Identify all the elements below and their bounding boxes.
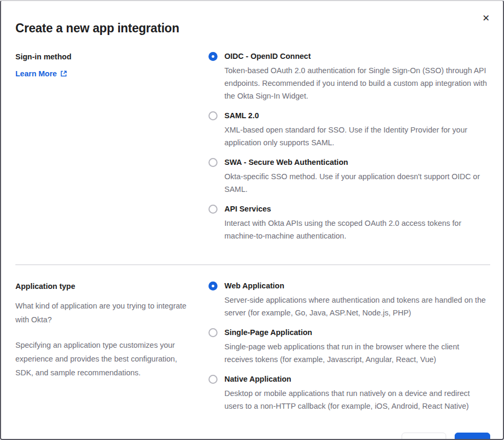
option-swa-label[interactable]: SWA - Secure Web Authentication (224, 157, 489, 168)
create-app-integration-dialog: ✕ Create a new app integration Sign-in m… (0, 0, 504, 440)
option-native-application[interactable]: Native Application Desktop or mobile app… (208, 374, 489, 412)
option-api-services-description: Interact with Okta APIs using the scoped… (224, 217, 489, 242)
radio-web-application[interactable] (208, 281, 218, 291)
option-native-application-text: Native Application Desktop or mobile app… (224, 374, 489, 412)
option-web-application-label[interactable]: Web Application (224, 281, 489, 291)
option-swa[interactable]: SWA - Secure Web Authentication Okta-spe… (208, 157, 489, 196)
option-saml-label[interactable]: SAML 2.0 (224, 111, 489, 121)
option-single-page-application[interactable]: Single-Page Application Single-page web … (208, 328, 489, 366)
external-link-icon (60, 70, 67, 77)
signin-method-section: Sign-in method Learn More OIDC - OpenID … (15, 51, 490, 242)
option-oidc-text: OIDC - OpenID Connect Token-based OAuth … (224, 51, 489, 102)
option-native-application-description: Desktop or mobile applications that run … (224, 387, 489, 412)
radio-oidc[interactable] (208, 52, 218, 61)
option-web-application-description: Server-side applications where authentic… (224, 294, 489, 319)
radio-single-page-application[interactable] (208, 328, 218, 337)
option-single-page-application-label[interactable]: Single-Page Application (224, 328, 489, 338)
learn-more-label: Learn More (15, 69, 57, 78)
radio-swa[interactable] (208, 158, 218, 167)
signin-method-options: OIDC - OpenID Connect Token-based OAuth … (208, 51, 490, 242)
next-button[interactable]: Next (455, 433, 490, 440)
application-type-description-2: Specifying an application type customize… (15, 338, 194, 380)
option-swa-text: SWA - Secure Web Authentication Okta-spe… (224, 157, 489, 196)
application-type-options: Web Application Server-side applications… (208, 281, 490, 412)
dialog-footer: Cancel Next (15, 433, 490, 440)
cancel-button[interactable]: Cancel (402, 433, 446, 440)
signin-method-left-col: Sign-in method Learn More (15, 51, 208, 78)
option-saml[interactable]: SAML 2.0 XML-based open standard for SSO… (208, 111, 489, 149)
application-type-description-1: What kind of application are you trying … (15, 299, 194, 327)
option-api-services[interactable]: API Services Interact with Okta APIs usi… (208, 204, 489, 242)
radio-saml[interactable] (208, 111, 218, 120)
option-single-page-application-description: Single-page web applications that run in… (224, 340, 489, 366)
option-api-services-text: API Services Interact with Okta APIs usi… (224, 204, 489, 242)
option-single-page-application-text: Single-Page Application Single-page web … (224, 328, 489, 366)
dialog-title: Create a new app integration (15, 21, 490, 36)
option-native-application-label[interactable]: Native Application (224, 374, 489, 384)
application-type-left-col: Application type What kind of applicatio… (15, 281, 208, 380)
option-web-application[interactable]: Web Application Server-side applications… (208, 281, 489, 319)
radio-native-application[interactable] (208, 375, 218, 384)
application-type-label: Application type (15, 281, 194, 292)
option-oidc-label[interactable]: OIDC - OpenID Connect (224, 51, 489, 61)
option-oidc[interactable]: OIDC - OpenID Connect Token-based OAuth … (208, 51, 489, 102)
application-type-section: Application type What kind of applicatio… (15, 281, 490, 412)
close-icon[interactable]: ✕ (480, 12, 492, 24)
option-saml-description: XML-based open standard for SSO. Use if … (224, 124, 489, 149)
section-divider (15, 265, 490, 265)
option-saml-text: SAML 2.0 XML-based open standard for SSO… (224, 111, 489, 149)
radio-api-services[interactable] (208, 205, 218, 214)
option-web-application-text: Web Application Server-side applications… (224, 281, 489, 319)
option-oidc-description: Token-based OAuth 2.0 authentication for… (224, 64, 489, 102)
learn-more-link[interactable]: Learn More (15, 69, 67, 78)
option-api-services-label[interactable]: API Services (224, 204, 489, 214)
signin-method-label: Sign-in method (15, 51, 194, 62)
option-swa-description: Okta-specific SSO method. Use if your ap… (224, 170, 489, 196)
